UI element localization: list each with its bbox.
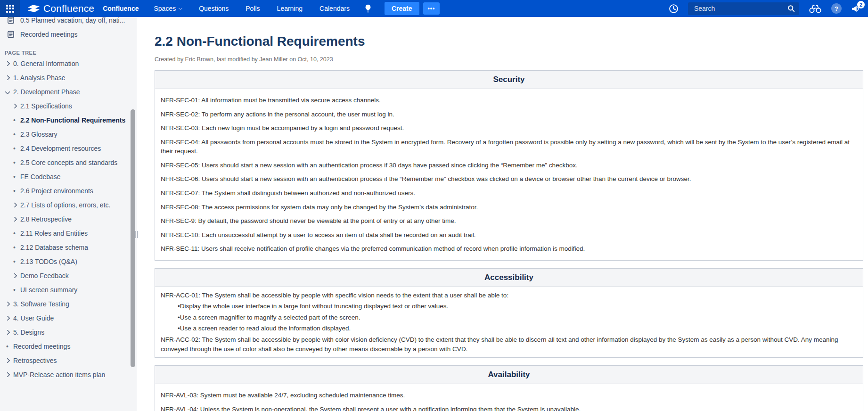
tree-item-2-11-roles-and-entities[interactable]: •2.11 Roles and Entities — [0, 226, 137, 240]
chevron-right-icon[interactable] — [4, 302, 11, 306]
tree-item-label: 2.7 Lists of options, errors, etc. — [20, 201, 110, 209]
tree-item-label: 2.3 Glossary — [20, 131, 57, 138]
page-icon — [7, 17, 15, 24]
sidebar-shortcut-0-5-planned-vacation-day-off-nati[interactable]: 0.5 Planned vacation, day off, nati... — [0, 17, 137, 27]
sidebar-shortcut-recorded-meetings[interactable]: Recorded meetings — [0, 27, 137, 41]
requirement-text: NFR-SEC-01: All information must be tran… — [161, 96, 857, 105]
bullet-icon: • — [11, 145, 18, 152]
shortcut-label: 0.5 Planned vacation, day off, nati... — [20, 17, 125, 24]
nav-item-spaces[interactable]: Spaces — [154, 5, 182, 12]
requirement-text: NFR-SEC-11: Users shall receive notifica… — [161, 244, 857, 254]
notifications-button[interactable]: 2 — [851, 4, 860, 13]
bullet-icon: • — [4, 343, 11, 350]
bullet-icon: • — [11, 286, 18, 294]
tree-item-label: UI screen summary — [20, 286, 77, 294]
section-title: Availability — [155, 366, 863, 384]
tip-button[interactable] — [365, 4, 371, 13]
nav-item-polls[interactable]: Polls — [246, 5, 260, 12]
space-name[interactable]: Confluence — [103, 5, 139, 12]
tree-item-label: 4. User Guide — [13, 314, 54, 322]
requirement-text: NFR-AVL-03: System must be available 24/… — [161, 391, 857, 400]
chevron-right-icon[interactable] — [11, 203, 18, 207]
chevron-right-icon[interactable] — [11, 104, 18, 108]
create-button[interactable]: Create — [385, 2, 419, 15]
tree-item-recorded-meetings[interactable]: •Recorded meetings — [0, 339, 137, 353]
space-shortcuts: 0.5 Planned vacation, day off, nati...Re… — [0, 17, 137, 41]
sidebar-scrollbar[interactable] — [131, 109, 135, 367]
tree-item-3-software-testing[interactable]: 3. Software Testing — [0, 297, 137, 311]
tree-item-label: 0. General Information — [13, 60, 79, 67]
tree-item-0-general-information[interactable]: 0. General Information — [0, 57, 137, 71]
tree-item-2-8-retrospective[interactable]: 2.8 Retrospective — [0, 212, 137, 226]
page-content: 2.2 Non-Functional Requirements Created … — [137, 17, 868, 411]
top-navigation-bar: Confluence Confluence SpacesQuestionsPol… — [0, 0, 868, 17]
chevron-right-icon[interactable] — [4, 359, 11, 362]
tree-item-demo-feedback[interactable]: Demo Feedback — [0, 269, 137, 283]
chevron-right-icon[interactable] — [11, 217, 18, 221]
section-body: NFR-AVL-03: System must be available 24/… — [155, 384, 863, 411]
search-submit[interactable] — [787, 5, 795, 12]
requirement-text: NFR-SEC-05: Users should start a new ses… — [161, 161, 857, 170]
tree-item-2-7-lists-of-options-errors-etc[interactable]: 2.7 Lists of options, errors, etc. — [0, 198, 137, 212]
chevron-right-icon[interactable] — [11, 274, 18, 278]
bullet-icon: • — [11, 173, 18, 181]
more-actions-button[interactable]: ••• — [423, 2, 440, 15]
section-security: SecurityNFR-SEC-01: All information must… — [155, 70, 863, 261]
nav-item-learning[interactable]: Learning — [277, 5, 303, 12]
tree-item-fe-codebase[interactable]: •FE Codebase — [0, 170, 137, 184]
help-button[interactable]: ? — [831, 3, 842, 14]
tree-item-1-analysis-phase[interactable]: 1. Analysis Phase — [0, 71, 137, 85]
requirement-text: NFR-ACC-02: The System shall be accessib… — [161, 335, 857, 353]
app-switcher-button[interactable] — [0, 0, 20, 17]
tree-item-2-5-core-concepts-and-standards[interactable]: •2.5 Core concepts and standards — [0, 156, 137, 170]
tree-item-label: 2.5 Core concepts and standards — [20, 159, 117, 166]
section-title: Accessibility — [155, 269, 863, 287]
tree-item-mvp-release-action-items-plan[interactable]: MVP-Release action items plan — [0, 368, 137, 382]
tree-item-label: 2.6 Project environments — [20, 187, 93, 195]
section-body: NFR-ACC-01: The System shall be accessib… — [155, 287, 863, 357]
requirement-text: NFR-AVL-04: Unless the System is non-ope… — [161, 405, 857, 411]
chevron-right-icon[interactable] — [4, 373, 11, 377]
tree-item-2-3-glossary[interactable]: •2.3 Glossary — [0, 127, 137, 141]
requirement-text: •Use a screen magnifier to magnify a sel… — [161, 313, 857, 322]
requirement-text: NFR-SEC-03: Each new login must be accom… — [161, 123, 857, 133]
tree-item-2-4-development-resources[interactable]: •2.4 Development resources — [0, 141, 137, 156]
tree-item-2-2-non-functional-requirements[interactable]: •2.2 Non-Functional Requirements — [0, 113, 137, 127]
tree-item-2-6-project-environments[interactable]: •2.6 Project environments — [0, 184, 137, 198]
requirement-text: NFR-SEC-10: Each unsuccessful attempt by… — [161, 230, 857, 240]
chevron-right-icon[interactable] — [4, 62, 11, 66]
tree-item-2-13-todos-q-a[interactable]: •2.13 TODOs (Q&A) — [0, 255, 137, 269]
app-grid-icon — [6, 5, 14, 13]
page-byline: Created by Eric Brown, last modified by … — [155, 56, 863, 63]
sidebar-resize-handle[interactable] — [135, 231, 138, 238]
tree-item-label: 2.2 Non-Functional Requirements — [20, 116, 125, 124]
recent-history-button[interactable] — [669, 4, 679, 14]
chevron-right-icon[interactable] — [4, 316, 11, 320]
tree-item-label: 1. Analysis Phase — [13, 74, 66, 82]
tree-item-retrospectives[interactable]: Retrospectives — [0, 353, 137, 368]
requirement-text: NFR-SEC-02: To perform any actions in th… — [161, 110, 857, 119]
search-input[interactable] — [693, 4, 787, 13]
confluence-logo[interactable]: Confluence — [27, 3, 94, 14]
tree-item-5-designs[interactable]: 5. Designs — [0, 325, 137, 339]
tree-item-2-1-specifications[interactable]: 2.1 Specifications — [0, 99, 137, 113]
explore-button[interactable] — [809, 4, 822, 13]
search-box — [688, 2, 799, 15]
tree-item-ui-screen-summary[interactable]: •UI screen summary — [0, 283, 137, 297]
bullet-icon: • — [11, 258, 18, 265]
chevron-right-icon[interactable] — [4, 330, 11, 334]
tree-item-label: 2.13 TODOs (Q&A) — [20, 258, 77, 265]
nav-item-questions[interactable]: Questions — [199, 5, 229, 12]
tree-item-label: Recorded meetings — [13, 343, 70, 350]
page-tree: 0. General Information1. Analysis Phase2… — [0, 57, 137, 382]
chevron-down-icon[interactable] — [4, 90, 11, 94]
tree-item-4-user-guide[interactable]: 4. User Guide — [0, 311, 137, 325]
tree-item-label: 5. Designs — [13, 329, 44, 336]
requirement-text: NFR-SEC-07: The System shall distinguish… — [161, 189, 857, 198]
tree-item-2-12-database-schema[interactable]: •2.12 Database schema — [0, 240, 137, 255]
chevron-right-icon[interactable] — [4, 76, 11, 80]
nav-item-calendars[interactable]: Calendars — [319, 5, 350, 12]
section-availability: AvailabilityNFR-AVL-03: System must be a… — [155, 365, 863, 411]
tree-item-2-development-phase[interactable]: 2. Development Phase — [0, 85, 137, 99]
section-accessibility: AccessibilityNFR-ACC-01: The System shal… — [155, 268, 863, 358]
